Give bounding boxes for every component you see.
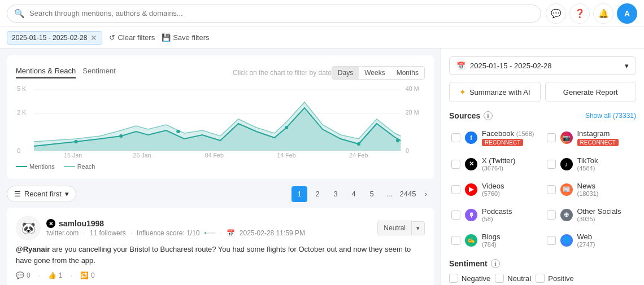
page-5-button[interactable]: 5 — [364, 186, 380, 202]
instagram-checkbox[interactable] — [547, 133, 556, 142]
page-last-button[interactable]: 2445 — [400, 186, 416, 202]
filterbar: 2025-01-15 - 2025-02-28 ✕ ↺ Clear filter… — [0, 27, 644, 49]
sparkle-icon: ✦ — [459, 87, 466, 97]
sort-button[interactable]: ☰ Recent first ▾ — [7, 186, 76, 202]
blogs-icon: ✍ — [465, 234, 477, 247]
news-checkbox[interactable] — [547, 185, 556, 194]
web-checkbox[interactable] — [547, 236, 556, 245]
tab-mentions-reach[interactable]: Mentions & Reach — [16, 64, 76, 78]
time-buttons: Days Weeks Months — [332, 66, 425, 80]
date-range-close[interactable]: ✕ — [90, 34, 97, 42]
podcasts-checkbox[interactable] — [451, 211, 460, 220]
videos-checkbox[interactable] — [451, 185, 460, 194]
mention-author: ✕ samlou1998 — [46, 219, 372, 228]
chart-header: Mentions & Reach Sentiment Click on the … — [16, 64, 425, 81]
messages-icon: 💬 — [551, 8, 562, 19]
sentiment-dropdown-button[interactable]: ▾ — [412, 221, 425, 235]
facebook-reconnect[interactable]: RECONNECT — [482, 139, 523, 146]
instagram-icon: 📷 — [560, 131, 573, 144]
date-range-badge: 2025-01-15 - 2025-02-28 ✕ — [7, 31, 102, 45]
page-3-button[interactable]: 3 — [328, 186, 343, 202]
tiktok-icon: ♪ — [560, 158, 573, 170]
bell-icon: 🔔 — [598, 8, 609, 19]
mention-domain: twitter.com — [46, 229, 79, 237]
help-icon: ❓ — [575, 8, 585, 19]
messages-icon-btn[interactable]: 💬 — [546, 3, 566, 24]
date-range-text: 2025-01-15 - 2025-02-28 — [12, 34, 87, 42]
videos-icon: ▶ — [465, 183, 477, 196]
source-item-facebook: f Facebook (1568) RECONNECT — [449, 126, 541, 150]
page-next-button[interactable]: › — [418, 186, 434, 202]
date-selector-text: 2025-01-15 - 2025-02-28 — [470, 62, 620, 70]
show-all-link[interactable]: Show all (73331) — [585, 112, 636, 120]
neutral-checkbox[interactable] — [495, 274, 504, 283]
topbar-icons: 💬 ❓ 🔔 A — [546, 3, 637, 24]
twitter-checkbox[interactable] — [451, 160, 460, 169]
time-btn-weeks[interactable]: Weeks — [359, 67, 390, 79]
share-icon: 🔁 — [80, 271, 89, 279]
reach-legend: Reach — [64, 163, 95, 170]
user-avatar[interactable]: A — [617, 3, 637, 24]
chart-hint: Click on the chart to filter by date — [233, 69, 332, 77]
other-socials-checkbox[interactable] — [547, 211, 556, 220]
mentions-legend: Mentions — [16, 163, 55, 170]
positive-checkbox[interactable] — [536, 274, 545, 283]
date-selector[interactable]: 📅 2025-01-15 - 2025-02-28 ▾ — [449, 56, 636, 75]
influence-bar — [204, 232, 216, 234]
source-item-podcasts: 🎙 Podcasts (58) — [449, 204, 541, 226]
chart-svg: 5 K 2 K 0 40 M 20 M 0 — [16, 85, 425, 159]
time-btn-months[interactable]: Months — [391, 67, 424, 79]
page-1-button[interactable]: 1 — [291, 186, 307, 202]
generate-report-button[interactable]: Generate Report — [545, 82, 637, 102]
svg-text:20 M: 20 M — [406, 109, 419, 116]
sources-info-icon[interactable]: ℹ — [484, 111, 493, 120]
tiktok-checkbox[interactable] — [547, 160, 556, 169]
instagram-reconnect[interactable]: RECONNECT — [577, 139, 619, 146]
search-input[interactable] — [29, 9, 534, 17]
mention-header: 🐼 ✕ samlou1998 twitter.com · 11 follower… — [16, 216, 425, 240]
source-item-web: 🌐 Web (2747) — [545, 229, 637, 251]
comment-action[interactable]: 💬 0 — [16, 271, 31, 279]
page-4-button[interactable]: 4 — [346, 186, 362, 202]
reach-legend-line — [64, 166, 75, 167]
web-icon: 🌐 — [560, 234, 573, 247]
sources-section: Sources ℹ Show all (73331) f Facebook (1… — [449, 111, 636, 251]
time-btn-days[interactable]: Days — [332, 67, 359, 79]
source-item-videos: ▶ Videos (5760) — [449, 178, 541, 200]
author-name[interactable]: samlou1998 — [59, 219, 104, 228]
list-header: ☰ Recent first ▾ 1 2 3 4 5 ... 2445 › — [7, 186, 434, 202]
mention-dot — [74, 140, 77, 143]
summarize-ai-button[interactable]: ✦ Summarize with AI — [449, 82, 541, 102]
like-action[interactable]: 👍 1 — [48, 271, 63, 279]
search-box[interactable]: 🔍 — [7, 5, 541, 23]
mention-card: 🐼 ✕ samlou1998 twitter.com · 11 follower… — [7, 208, 434, 285]
help-icon-btn[interactable]: ❓ — [569, 3, 590, 24]
source-item-blogs: ✍ Blogs (784) — [449, 229, 541, 251]
notifications-icon-btn[interactable]: 🔔 — [593, 3, 613, 24]
mention-actions: 💬 0 · 👍 1 · 🔁 0 — [16, 271, 425, 279]
facebook-checkbox[interactable] — [451, 133, 460, 142]
sentiment-info-icon[interactable]: ℹ — [491, 259, 500, 268]
influence-label: Influence score: 1/10 — [137, 229, 199, 237]
save-filters-button[interactable]: 💾 Save filters — [162, 33, 209, 42]
twitter-icon: ✕ — [465, 158, 477, 170]
mention-dot — [176, 130, 180, 133]
mention-dot — [285, 126, 288, 129]
topbar: 🔍 💬 ❓ 🔔 A — [0, 0, 644, 27]
negative-checkbox[interactable] — [449, 274, 458, 283]
page-2-button[interactable]: 2 — [310, 186, 325, 202]
clear-filters-button[interactable]: ↺ Clear filters — [109, 33, 155, 42]
mention-avatar: 🐼 — [16, 216, 41, 240]
source-item-instagram: 📷 Instagram RECONNECT — [545, 126, 637, 150]
svg-text:24 Feb: 24 Feb — [349, 152, 368, 159]
sentiment-options: Negative Neutral Positive — [449, 274, 636, 283]
source-item-tiktok: ♪ TikTok (4584) — [545, 153, 637, 175]
share-action[interactable]: 🔁 0 — [80, 271, 95, 279]
source-item-news: 📰 News (18031) — [545, 178, 637, 200]
sources-header: Sources ℹ Show all (73331) — [449, 111, 636, 120]
right-panel: 📅 2025-01-15 - 2025-02-28 ▾ ✦ Summarize … — [441, 49, 644, 285]
facebook-icon: f — [465, 131, 477, 144]
blogs-checkbox[interactable] — [451, 236, 460, 245]
sort-icon: ☰ — [14, 190, 21, 198]
tab-sentiment[interactable]: Sentiment — [82, 64, 116, 78]
